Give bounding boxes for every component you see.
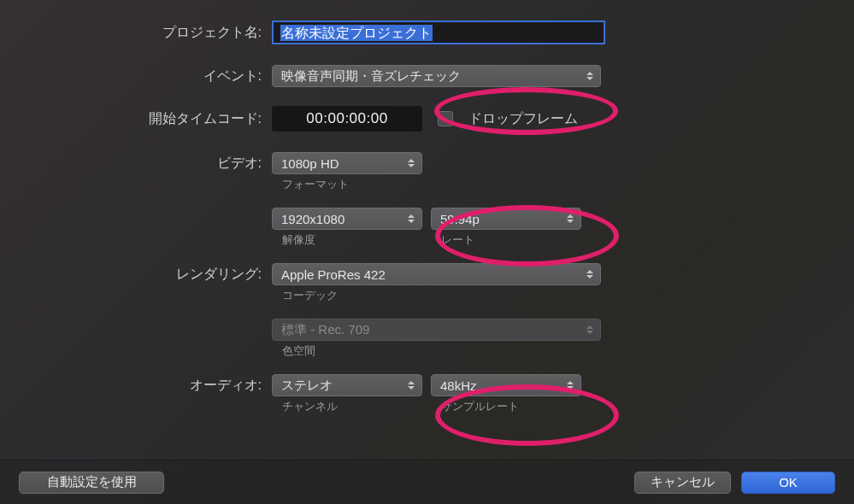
audio-samplerate-value: 48kHz — [440, 378, 477, 393]
use-auto-settings-button[interactable]: 自動設定を使用 — [19, 472, 164, 494]
chevron-updown-icon — [586, 70, 595, 82]
color-space-value: 標準 - Rec. 709 — [281, 322, 369, 338]
chevron-updown-icon — [408, 213, 416, 225]
ok-button[interactable]: OK — [741, 472, 835, 494]
project-name-label: プロジェクト名: — [0, 24, 272, 42]
event-select-value: 映像音声同期・音ズレチェック — [281, 68, 461, 85]
chevron-updown-icon — [586, 268, 595, 280]
render-codec-sublabel: コーデック — [282, 287, 338, 303]
render-codec-select[interactable]: Apple ProRes 422 — [272, 263, 601, 285]
video-format-value: 1080p HD — [281, 156, 339, 171]
drop-frame-checkbox[interactable] — [438, 111, 453, 126]
video-format-select[interactable]: 1080p HD — [272, 152, 422, 174]
video-resolution-value: 1920x1080 — [281, 212, 345, 226]
chevron-updown-icon — [567, 213, 575, 225]
start-timecode-input[interactable]: 00:00:00:00 — [272, 106, 422, 132]
render-codec-value: Apple ProRes 422 — [281, 267, 386, 282]
new-project-dialog: プロジェクト名: 名称未設定プロジェクト イベント: 映像音声同期・音ズレチェッ… — [0, 0, 854, 504]
audio-channels-select[interactable]: ステレオ — [272, 374, 422, 396]
video-label: ビデオ: — [0, 155, 272, 173]
start-timecode-label: 開始タイムコード: — [0, 110, 272, 128]
chevron-updown-icon — [408, 157, 416, 169]
chevron-updown-icon — [408, 379, 416, 391]
chevron-updown-icon — [567, 379, 575, 391]
project-name-input[interactable]: 名称未設定プロジェクト — [272, 21, 605, 44]
video-format-sublabel: フォーマット — [282, 176, 349, 192]
event-select[interactable]: 映像音声同期・音ズレチェック — [272, 65, 601, 87]
audio-samplerate-sublabel: サンプルレート — [441, 398, 519, 414]
video-rate-sublabel: レート — [441, 231, 474, 248]
cancel-button[interactable]: キャンセル — [634, 472, 731, 494]
video-resolution-sublabel: 解像度 — [282, 231, 441, 248]
audio-label: オーディオ: — [0, 377, 272, 395]
color-space-sublabel: 色空間 — [282, 343, 315, 359]
dialog-footer: 自動設定を使用 キャンセル OK — [0, 460, 854, 504]
drop-frame-label: ドロップフレーム — [468, 110, 578, 128]
color-space-select: 標準 - Rec. 709 — [272, 319, 601, 341]
video-resolution-select[interactable]: 1920x1080 — [272, 208, 422, 230]
video-rate-select[interactable]: 59.94p — [431, 208, 581, 230]
rendering-label: レンダリング: — [0, 266, 272, 284]
audio-channels-sublabel: チャンネル — [282, 398, 441, 414]
video-rate-value: 59.94p — [440, 212, 480, 226]
event-label: イベント: — [0, 67, 272, 85]
chevron-updown-icon — [586, 324, 595, 336]
audio-channels-value: ステレオ — [281, 378, 333, 394]
audio-samplerate-select[interactable]: 48kHz — [431, 374, 581, 396]
